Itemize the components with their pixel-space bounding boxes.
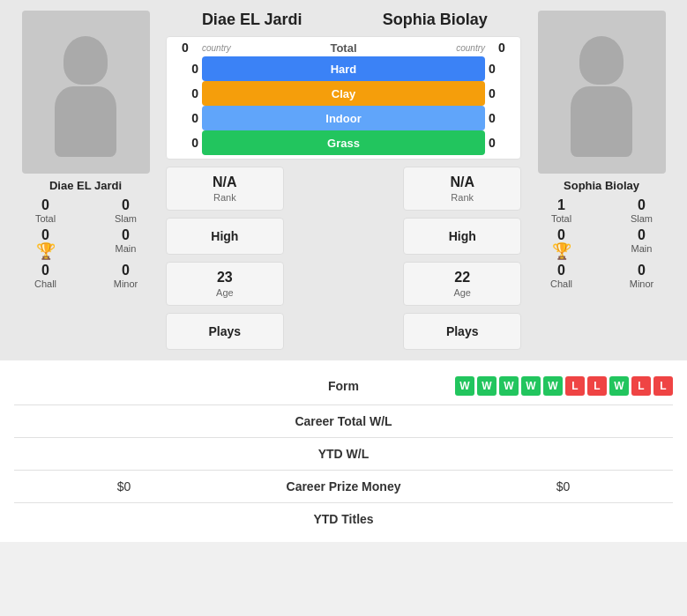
p2-high-panel: High [403, 218, 521, 255]
p1-age-panel: 23 Age [166, 262, 284, 306]
prize-label: Career Prize Money [234, 479, 453, 494]
avatar-body-2 [571, 86, 632, 157]
player2-stats: 1 Total 0 Slam 0 🏆 0 Main 0 Chall [526, 197, 676, 289]
p2-total-cell: 1 Total [526, 197, 596, 224]
p2-age-value: 22 [454, 270, 470, 286]
form-badge-l: L [587, 376, 607, 396]
form-badge-l: L [565, 376, 585, 396]
player2-avatar [538, 11, 666, 174]
p1-slam-label: Slam [115, 213, 137, 224]
player-comparison: Diae EL Jardi 0 Total 0 Slam 0 🏆 0 Main [0, 0, 687, 360]
ytd-wl-row: YTD W/L [14, 438, 673, 471]
p1-clay-score: 0 [172, 86, 198, 100]
form-badge-w: W [477, 376, 497, 396]
p2-rank-panel: N/A Rank [403, 167, 521, 211]
p2-minor-cell: 0 Minor [607, 263, 676, 289]
form-badge-w: W [609, 376, 629, 396]
hard-row: 0 Hard 0 [172, 56, 515, 81]
player2-main-name: Sophia Biolay [353, 11, 519, 29]
p2-country-flag: country [456, 43, 485, 53]
form-badge-w: W [499, 376, 519, 396]
p2-main-label: Main [631, 243, 653, 254]
p1-main-cell: 0 Main [91, 227, 161, 259]
p1-indoor-score: 0 [172, 111, 198, 125]
p1-minor-cell: 0 Minor [91, 263, 161, 289]
p2-total-surface: 0 [489, 41, 515, 55]
p2-age-label: Age [453, 287, 471, 298]
p2-slam-label: Slam [631, 213, 653, 224]
p2-rank-value: N/A [450, 174, 474, 190]
form-badge-w: W [455, 376, 474, 396]
p1-chall-cell: 0 Chall [11, 263, 80, 289]
p2-mast-value: 0 [557, 227, 565, 243]
info-panels-row: N/A Rank N/A Rank [166, 167, 521, 211]
surfaces-wrapper: 0 country Total country 0 0 Hard [166, 36, 521, 160]
plays-panels-row: Plays Plays [166, 313, 521, 350]
avatar-head-2 [579, 36, 624, 85]
ytd-titles-row: YTD Titles [14, 503, 673, 535]
trophy-icon-p2: 🏆 [552, 243, 571, 259]
ytd-titles-label: YTD Titles [234, 512, 453, 526]
clay-row: 0 Clay 0 [172, 81, 515, 106]
p1-minor-label: Minor [114, 278, 138, 289]
p2-rank-label: Rank [451, 192, 474, 203]
career-wl-row: Career Total W/L [14, 405, 673, 438]
indoor-btn: Indoor [202, 106, 485, 130]
p2-slam-value: 0 [638, 197, 646, 213]
grass-row: 0 Grass 0 [172, 130, 515, 155]
p1-plays-value: Plays [209, 324, 242, 338]
main-container: Diae EL Jardi 0 Total 0 Slam 0 🏆 0 Main [0, 0, 687, 542]
p1-hard-score: 0 [172, 62, 198, 76]
p1-chall-label: Chall [34, 278, 56, 289]
p2-chall-cell: 0 Chall [526, 263, 596, 289]
p1-grass-score: 0 [172, 136, 198, 150]
p2-prize: $0 [453, 479, 673, 494]
form-badges: WWWWWLLWLL [453, 376, 673, 396]
player1-avatar [22, 11, 150, 174]
hard-btn: Hard [202, 56, 485, 81]
p2-chall-label: Chall [550, 278, 572, 289]
avatar-head [63, 36, 108, 85]
p1-total-label: Total [35, 213, 56, 224]
p1-mast-value: 0 [41, 227, 49, 243]
p1-slam-value: 0 [122, 197, 130, 213]
p2-grass-score: 0 [489, 136, 515, 150]
p2-main-cell: 0 Main [607, 227, 676, 259]
p2-hard-score: 0 [489, 62, 515, 76]
total-label: Total [235, 41, 452, 55]
avatar-body [55, 86, 116, 157]
form-label: Form [234, 379, 453, 393]
p1-age-value: 23 [217, 270, 233, 286]
p2-clay-score: 0 [489, 86, 515, 100]
player1-stats: 0 Total 0 Slam 0 🏆 0 Main 0 Chall [11, 197, 161, 289]
p1-high-value: High [211, 229, 238, 243]
p1-main-value: 0 [122, 227, 130, 243]
form-badge-l: L [653, 376, 673, 396]
p1-chall-value: 0 [41, 263, 49, 278]
p1-slam-cell: 0 Slam [91, 197, 161, 224]
player2-card: Sophia Biolay 1 Total 0 Slam 0 🏆 0 Main [526, 11, 676, 350]
p2-total-label: Total [551, 213, 571, 224]
p2-high-value: High [449, 229, 476, 243]
p1-age-label: Age [216, 287, 234, 298]
form-badge-w: W [543, 376, 563, 396]
p1-prize: $0 [14, 479, 234, 494]
p1-rank-value: N/A [213, 174, 237, 190]
p2-total-value: 1 [557, 197, 565, 213]
middle-panel: Diae EL Jardi Sophia Biolay 0 country To… [166, 11, 521, 350]
p1-rank-label: Rank [213, 192, 236, 203]
p2-indoor-score: 0 [489, 111, 515, 125]
indoor-row: 0 Indoor 0 [172, 106, 515, 130]
p2-main-value: 0 [638, 227, 646, 243]
p2-plays-panel: Plays [403, 313, 521, 350]
high-panels-row: High High [166, 218, 521, 255]
career-wl-label: Career Total W/L [234, 414, 453, 428]
age-panels-row: 23 Age 22 Age [166, 262, 521, 306]
player2-name: Sophia Biolay [564, 179, 639, 192]
p2-plays-value: Plays [446, 324, 479, 338]
ytd-wl-label: YTD W/L [234, 447, 453, 461]
trophy-icon-p1: 🏆 [36, 243, 56, 259]
p2-minor-value: 0 [638, 263, 646, 278]
form-badge-l: L [631, 376, 651, 396]
p1-total-cell: 0 Total [11, 197, 80, 224]
